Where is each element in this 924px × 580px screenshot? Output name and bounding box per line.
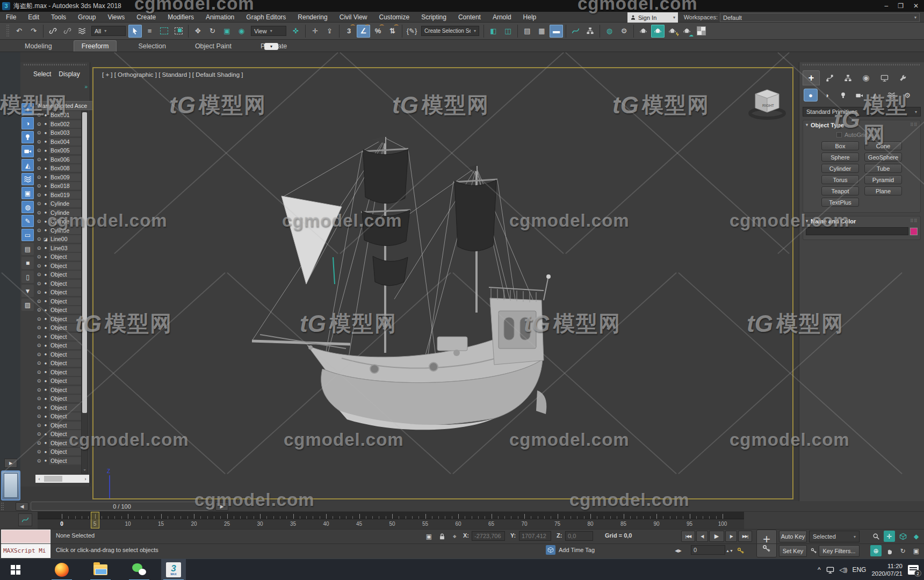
visibility-eye-icon[interactable]: ⊙ — [35, 405, 42, 410]
menu-graph-editors[interactable]: Graph Editors — [240, 12, 292, 23]
tab-utilities[interactable] — [894, 70, 911, 85]
category-spacewarps-icon[interactable] — [884, 89, 898, 102]
primitive-button-teapot[interactable]: Teapot — [821, 186, 859, 195]
explorer-row-label[interactable]: Object — [49, 430, 81, 438]
scrollbar-down-arrow[interactable]: ⌄ — [82, 467, 88, 473]
display-hidden-icon[interactable]: ▤ — [21, 243, 34, 255]
tab-hierarchy[interactable] — [839, 70, 856, 85]
explorer-row-label[interactable]: Object — [49, 280, 81, 287]
visibility-eye-icon[interactable]: ⊙ — [35, 343, 42, 348]
explorer-row[interactable]: ⊙●Object — [35, 394, 81, 403]
menu-customize[interactable]: Customize — [373, 12, 416, 23]
display-geometry-icon[interactable]: ▣ — [21, 187, 34, 199]
display-particles-icon[interactable]: ◍ — [21, 201, 34, 213]
taskbar-wechat[interactable] — [127, 559, 151, 580]
display-materials-icon[interactable]: ■ — [21, 257, 34, 269]
explorer-row-label[interactable]: Object — [49, 359, 81, 367]
display-notes-icon[interactable]: ▯ — [21, 271, 34, 283]
asset-library-icon[interactable] — [695, 25, 708, 38]
time-slider-thumb[interactable]: 0 / 100 — [31, 502, 213, 511]
previous-key-button[interactable]: ◀| — [696, 531, 708, 542]
close-button[interactable]: ✕ — [913, 2, 919, 10]
go-to-start-button[interactable]: |◀◀ — [681, 531, 695, 542]
autogrid-checkbox[interactable] — [836, 132, 842, 137]
tray-expand-icon[interactable]: ^ — [818, 566, 821, 574]
named-selection-sets-icon[interactable]: {✎} — [405, 25, 418, 38]
visibility-eye-icon[interactable]: ⊙ — [35, 431, 42, 437]
name-color-rollout-header[interactable]: Name and Color⠿⠿ — [803, 216, 920, 226]
render-setup-icon[interactable]: ⚙ — [617, 25, 631, 38]
explorer-row[interactable]: ⊙●Object — [35, 430, 81, 439]
visibility-eye-icon[interactable]: ⊙ — [35, 228, 42, 233]
primitive-button-pyramid[interactable]: Pyramid — [864, 175, 902, 184]
visibility-eye-icon[interactable]: ⊙ — [35, 165, 42, 171]
display-spacewarps-icon[interactable] — [21, 173, 34, 185]
category-systems-icon[interactable]: ⚙ — [900, 89, 914, 102]
explorer-row[interactable]: ⊙●Object — [35, 262, 81, 271]
menu-arnold[interactable]: Arnold — [487, 12, 517, 23]
isolate-selection-icon[interactable]: ▣ — [423, 531, 435, 542]
y-coordinate-field[interactable]: 1707,412 — [519, 531, 551, 541]
explorer-row[interactable]: ⊙●Line03 — [35, 244, 81, 253]
x-coordinate-field[interactable]: -2723,706 — [472, 531, 505, 541]
select-by-name-icon[interactable]: ≡ — [143, 25, 156, 38]
search-icon[interactable] — [870, 531, 882, 542]
menu-views[interactable]: Views — [102, 12, 131, 23]
explorer-row[interactable]: ⊙●Object — [35, 323, 81, 332]
explorer-row-label[interactable]: Object — [49, 368, 81, 376]
maximize-button[interactable]: ❐ — [898, 2, 904, 10]
ribbon-display-toggle[interactable]: ▾ — [264, 43, 278, 50]
primitive-button-cone[interactable]: Cone — [864, 141, 902, 150]
network-icon[interactable] — [826, 566, 834, 574]
category-cameras-icon[interactable] — [852, 89, 866, 102]
current-frame-field[interactable]: 0 — [691, 545, 725, 555]
explorer-settings-icon[interactable]: ▨ — [21, 299, 34, 311]
visibility-eye-icon[interactable]: ⊙ — [35, 183, 42, 189]
taskbar-firefox[interactable] — [49, 559, 74, 580]
visibility-eye-icon[interactable]: ⊙ — [35, 299, 42, 304]
menu-create[interactable]: Create — [131, 12, 162, 23]
visibility-eye-icon[interactable]: ⊙ — [35, 263, 42, 269]
category-helpers-icon[interactable]: ◭ — [868, 89, 882, 102]
visibility-eye-icon[interactable]: ⊙ — [35, 289, 42, 295]
explorer-row-label[interactable]: Cylinde — [49, 218, 81, 225]
explorer-row-label[interactable]: Cylinde — [49, 227, 81, 234]
menu-animation[interactable]: Animation — [200, 12, 240, 23]
explorer-column-header[interactable]: Name (Sorted Asce — [35, 101, 93, 110]
current-frame-marker[interactable] — [91, 512, 99, 528]
display-lights-icon[interactable] — [21, 131, 34, 143]
visibility-eye-icon[interactable]: ⊙ — [35, 157, 42, 162]
rectangular-selection-region-icon[interactable] — [157, 25, 171, 38]
primitive-button-sphere[interactable]: Sphere — [821, 153, 859, 162]
primitive-button-textplus[interactable]: TextPlus — [821, 198, 859, 207]
ribbon-tab-freeform[interactable]: Freeform — [74, 40, 117, 52]
explorer-row-label[interactable]: Cylinde — [49, 200, 81, 207]
explorer-row[interactable]: ⊙●Box008 — [35, 164, 81, 173]
taskbar-explorer[interactable] — [88, 559, 113, 580]
explorer-row[interactable]: ⊙●Object — [35, 456, 81, 466]
viewport[interactable]: [ + ] [ Orthographic ] [ Standard ] [ De… — [92, 67, 793, 499]
visibility-eye-icon[interactable]: ⊙ — [35, 121, 42, 127]
tab-create[interactable]: + — [803, 70, 820, 85]
macro-recorder-field[interactable] — [1, 530, 50, 543]
select-and-rotate-icon[interactable]: ↻ — [206, 25, 219, 38]
frame-spinner-arrows-icon[interactable]: ◀▶ — [673, 545, 684, 556]
explorer-row-label[interactable]: Box018 — [49, 182, 81, 190]
primitive-button-cylinder[interactable]: Cylinder — [821, 164, 859, 173]
explorer-vertical-scrollbar[interactable]: ⌄ — [81, 111, 88, 474]
tab-motion[interactable]: ◉ — [857, 70, 875, 85]
toolbar-grip[interactable] — [6, 25, 9, 38]
explorer-row-label[interactable]: Object — [49, 404, 81, 411]
time-configuration-icon[interactable] — [735, 545, 746, 556]
tab-display[interactable] — [876, 70, 893, 85]
explorer-row-label[interactable]: Line00 — [49, 235, 81, 243]
visibility-eye-icon[interactable]: ⊙ — [35, 414, 42, 419]
explorer-row[interactable]: ⊙●Box002 — [35, 120, 81, 129]
visibility-eye-icon[interactable]: ⊙ — [35, 192, 42, 198]
scrollbar-thumb[interactable] — [82, 112, 87, 413]
explorer-row[interactable]: ⊙●Box005 — [35, 146, 81, 155]
explorer-row[interactable]: ⊙●Cylinde — [35, 217, 81, 226]
angle-snap-icon[interactable]: ∠ — [357, 25, 370, 38]
filter-combinations-icon[interactable]: ▼ — [21, 285, 34, 297]
visibility-eye-icon[interactable]: ⊙ — [35, 201, 42, 206]
